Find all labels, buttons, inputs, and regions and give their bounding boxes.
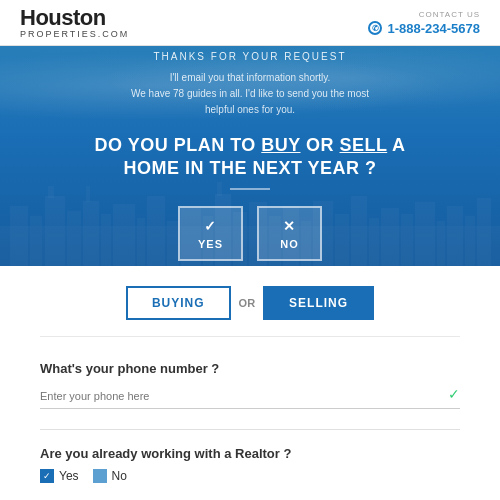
phone-input-wrap: ✓ — [40, 384, 460, 409]
phone-icon: ✆ — [368, 21, 382, 35]
no-checkbox-item[interactable]: No — [93, 469, 127, 483]
yes-checkbox-label: Yes — [59, 469, 79, 483]
hero-divider — [230, 188, 270, 190]
yes-label: YES — [198, 238, 223, 250]
phone-check-icon: ✓ — [448, 386, 460, 402]
svg-rect-4 — [48, 186, 54, 198]
thanks-heading: THANKS FOR YOUR REQUEST — [94, 51, 405, 62]
svg-rect-31 — [465, 216, 475, 266]
check-icon: ✓ — [204, 218, 217, 234]
yes-no-row: ✓ YES ✕ NO — [94, 206, 405, 261]
checkbox-row: ✓ Yes No — [40, 469, 460, 483]
contact-label: CONTACT US — [368, 10, 480, 19]
selling-button[interactable]: SELLING — [263, 286, 374, 320]
svg-rect-1 — [10, 206, 28, 266]
svg-rect-3 — [45, 196, 65, 266]
hero-content: THANKS FOR YOUR REQUEST I'll email you t… — [64, 51, 435, 262]
yes-button[interactable]: ✓ YES — [178, 206, 243, 261]
buying-selling-toggle: BUYING OR SELLING — [40, 286, 460, 337]
phone-number: 1-888-234-5678 — [387, 21, 480, 36]
site-header: Houston PROPERTIES.com CONTACT US ✆ 1-88… — [0, 0, 500, 46]
main-question: DO YOU PLAN TO BUY OR SELL A HOME IN THE… — [94, 134, 405, 181]
svg-rect-30 — [447, 206, 463, 266]
check-mark: ✓ — [43, 471, 51, 481]
section-divider-1 — [40, 429, 460, 430]
phone-label: What's your phone number ? — [40, 361, 460, 376]
logo-sub: PROPERTIES.com — [20, 29, 129, 39]
logo-main: Houston — [20, 5, 106, 30]
hero-info: I'll email you that information shortly.… — [94, 70, 405, 118]
phone-input[interactable] — [40, 384, 460, 408]
realtor-label: Are you already working with a Realtor ? — [40, 446, 460, 461]
hero-section: THANKS FOR YOUR REQUEST I'll email you t… — [0, 46, 500, 266]
x-icon: ✕ — [283, 218, 296, 234]
phone-display: ✆ 1-888-234-5678 — [368, 21, 480, 36]
buying-button[interactable]: BUYING — [126, 286, 231, 320]
yes-checkbox[interactable]: ✓ — [40, 469, 54, 483]
yes-checkbox-item[interactable]: ✓ Yes — [40, 469, 79, 483]
form-section: BUYING OR SELLING What's your phone numb… — [0, 266, 500, 500]
phone-field-group: What's your phone number ? ✓ — [40, 361, 460, 409]
logo: Houston PROPERTIES.com — [20, 7, 129, 39]
no-label: NO — [280, 238, 299, 250]
no-checkbox-label: No — [112, 469, 127, 483]
svg-rect-2 — [30, 216, 42, 266]
no-checkbox[interactable] — [93, 469, 107, 483]
contact-area: CONTACT US ✆ 1-888-234-5678 — [368, 10, 480, 36]
toggle-or: OR — [239, 297, 256, 309]
realtor-field-group: Are you already working with a Realtor ?… — [40, 446, 460, 483]
svg-rect-29 — [437, 221, 445, 266]
no-button[interactable]: ✕ NO — [257, 206, 322, 261]
svg-rect-32 — [477, 198, 491, 266]
